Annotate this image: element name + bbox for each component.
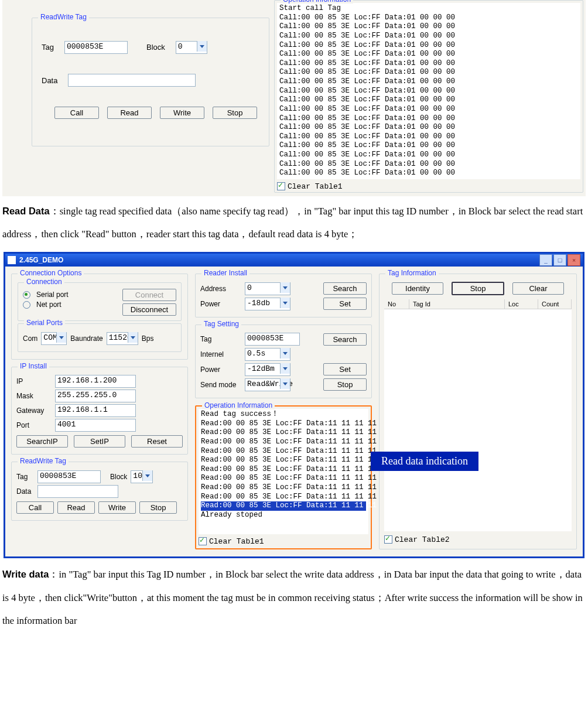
port-label: Port — [16, 421, 52, 429]
write-data-paragraph: Write data：in "Tag" bar input this Tag I… — [2, 563, 586, 633]
app-icon — [8, 256, 16, 264]
rw2-tag-label: Tag — [16, 473, 34, 481]
taginfo-legend: Tag Information — [385, 269, 439, 277]
rw2-call-button[interactable]: Call — [16, 501, 54, 514]
ip-input[interactable]: 192.168.1.200 — [55, 375, 136, 388]
clear2-checkbox[interactable] — [384, 535, 392, 544]
rw2-write-button[interactable]: Write — [98, 501, 136, 514]
data-input[interactable] — [68, 74, 196, 87]
readwrite-legend: ReadWrite Tag — [38, 13, 89, 21]
ts-power-select[interactable]: -12dBm — [245, 363, 290, 376]
ts-stop-button[interactable]: Stop — [323, 378, 367, 391]
maximize-button[interactable]: □ — [553, 254, 566, 266]
ts-internel-select[interactable]: 0.5s — [245, 347, 290, 361]
clear-button[interactable]: Clear — [512, 282, 564, 295]
read-button[interactable]: Read — [107, 107, 152, 119]
read-data-indication-callout: Read data indication — [371, 452, 478, 471]
reset-button[interactable]: Reset — [131, 435, 183, 448]
write-button[interactable]: Write — [160, 107, 204, 119]
chevron-down-icon — [280, 348, 290, 358]
reader-install-legend: Reader Install — [201, 269, 249, 277]
connection-legend: Connection — [24, 278, 64, 286]
chevron-down-icon — [56, 332, 66, 343]
rw2-data-label: Data — [16, 487, 34, 496]
chevron-down-icon — [197, 41, 207, 52]
searchip-button[interactable]: SearchIP — [16, 435, 68, 448]
op2-legend: Operation Information — [202, 401, 275, 409]
clear-table1-checkbox[interactable] — [277, 182, 285, 190]
chevron-down-icon — [280, 282, 290, 293]
clear1b-label: Clear Table1 — [209, 537, 264, 546]
ts-tag-input[interactable]: 0000853E — [245, 333, 300, 346]
rw2-block-select[interactable]: 10 — [131, 470, 153, 483]
disconnect-button[interactable]: Disconnect — [122, 303, 176, 316]
gateway-input[interactable]: 192.168.1.1 — [55, 404, 136, 417]
net-port-radio[interactable] — [23, 301, 30, 309]
stop2-button[interactable]: Stop — [452, 282, 504, 295]
clear-table1-label: Clear Table1 — [288, 182, 343, 191]
serial-ports-legend: Serial Ports — [24, 319, 65, 327]
rw2-tag-input[interactable]: 0000853E — [37, 470, 101, 483]
ts-set-button[interactable]: Set — [323, 363, 367, 375]
chevron-down-icon — [280, 298, 290, 308]
ri-power-select[interactable]: -18db — [245, 297, 290, 310]
ts-sendmode-label: Send mode — [200, 381, 241, 389]
com-select[interactable]: COM5 — [41, 332, 67, 345]
tag-input[interactable]: 0000853E — [64, 41, 128, 54]
tag-setting-legend: Tag Setting — [201, 320, 241, 328]
ts-internel-label: Internel — [200, 350, 241, 358]
ts-power-label: Power — [200, 366, 241, 374]
call-button[interactable]: Call — [54, 107, 99, 119]
com-label: Com — [23, 334, 37, 343]
ts-search-button[interactable]: Search — [323, 333, 367, 346]
chevron-down-icon — [142, 470, 152, 481]
bps-label: Bps — [142, 334, 154, 343]
connect-button[interactable]: Connect — [122, 289, 176, 301]
baud-label: Baundrate — [70, 334, 102, 343]
tag-table: No Tag Id Loc Count — [384, 299, 572, 531]
opinfo-legend: Operation Information — [281, 0, 353, 4]
th-loc: Loc — [505, 299, 538, 309]
net-port-label: Net port — [36, 300, 61, 309]
ip-label: IP — [16, 377, 52, 385]
setip-button[interactable]: SetIP — [74, 435, 125, 448]
mask-label: Mask — [16, 392, 52, 400]
read-data-paragraph: Read Data：single tag read specified data… — [2, 200, 586, 246]
block-label: Block — [146, 43, 165, 52]
baud-select[interactable]: 115200 — [107, 332, 138, 345]
minimize-button[interactable]: _ — [539, 254, 552, 266]
serial-port-label: Serial port — [36, 291, 69, 299]
chevron-down-icon — [128, 332, 138, 343]
rw2-read-button[interactable]: Read — [57, 501, 95, 514]
ri-search-button[interactable]: Search — [323, 282, 367, 295]
window-title: 2.45G_DEMO — [19, 256, 539, 264]
mask-input[interactable]: 255.255.255.0 — [55, 390, 136, 402]
ts-tag-label: Tag — [200, 335, 241, 343]
th-tagid: Tag Id — [409, 299, 505, 309]
identity-button[interactable]: Identity — [392, 282, 443, 295]
tag-label: Tag — [42, 43, 54, 52]
block-select[interactable]: 0 — [176, 40, 207, 54]
ri-power-label: Power — [200, 300, 241, 308]
clear1b-checkbox[interactable] — [199, 537, 207, 545]
ip-install-legend: IP Install — [18, 362, 49, 370]
rw2-legend: ReadWrite Tag — [18, 457, 69, 465]
stop-button[interactable]: Stop — [213, 107, 257, 119]
operation-log: Start call Tag Call:00 00 85 3E Loc:FF D… — [277, 3, 580, 179]
th-count: Count — [538, 299, 572, 309]
rw2-data-input[interactable] — [37, 485, 118, 498]
data-label: Data — [42, 76, 57, 85]
ts-sendmode-select[interactable]: Read&Write — [245, 378, 290, 391]
rw2-stop-button[interactable]: Stop — [139, 501, 177, 514]
chevron-down-icon — [280, 378, 290, 389]
port-input[interactable]: 4001 — [55, 419, 136, 432]
serial-port-radio[interactable] — [23, 291, 30, 299]
th-no: No — [384, 299, 409, 309]
clear2-label: Clear Table2 — [395, 535, 450, 544]
app-window: 2.45G_DEMO _ □ × Connection Options Conn… — [4, 252, 584, 558]
operation-log-2: Read tag success！Read:00 00 85 3E Loc:FF… — [199, 409, 368, 534]
ri-set-button[interactable]: Set — [323, 298, 367, 310]
address-select[interactable]: 0 — [245, 282, 290, 295]
close-button[interactable]: × — [568, 254, 580, 266]
connection-options-legend: Connection Options — [18, 269, 84, 277]
